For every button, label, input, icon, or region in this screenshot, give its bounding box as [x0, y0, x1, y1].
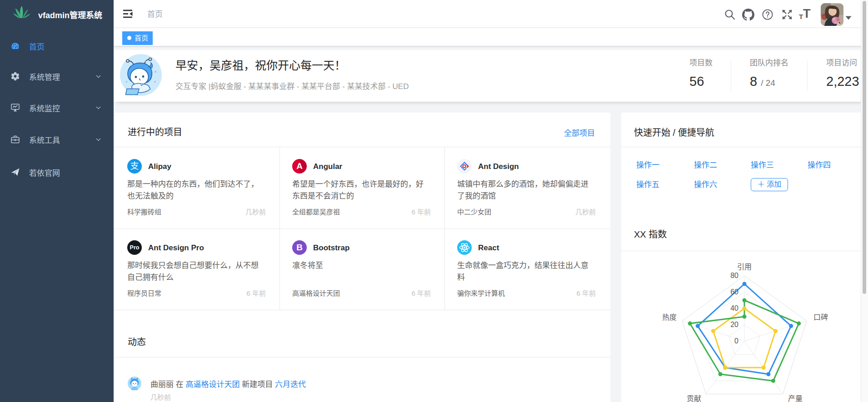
svg-text:0: 0 — [734, 337, 738, 345]
svg-text:80: 80 — [730, 272, 738, 279]
svg-text:60: 60 — [730, 288, 738, 296]
svg-text:20: 20 — [730, 321, 738, 328]
svg-text:贡献: 贡献 — [687, 395, 701, 402]
svg-text:引用: 引用 — [737, 263, 752, 271]
svg-text:40: 40 — [730, 304, 738, 312]
svg-text:口碑: 口碑 — [813, 313, 828, 321]
svg-text:产量: 产量 — [788, 395, 803, 402]
svg-text:热度: 热度 — [662, 313, 677, 321]
